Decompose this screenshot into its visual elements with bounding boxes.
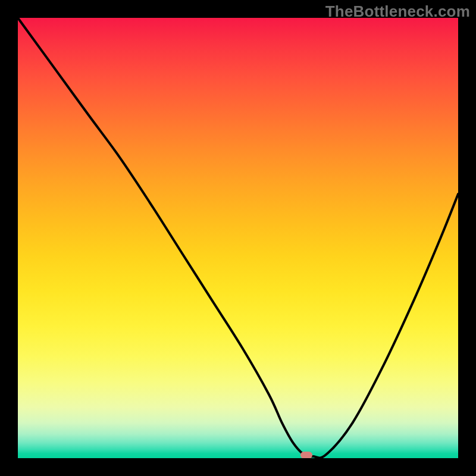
- chart-stage: TheBottleneck.com: [0, 0, 476, 476]
- bottleneck-curve: [18, 18, 458, 458]
- watermark-text: TheBottleneck.com: [325, 2, 470, 21]
- optimal-marker: [300, 452, 312, 458]
- plot-area: [18, 18, 458, 458]
